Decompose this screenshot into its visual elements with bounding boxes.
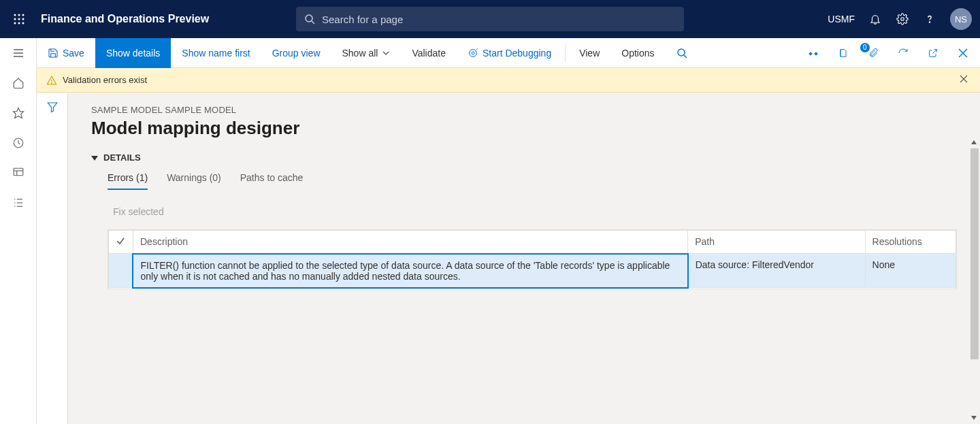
- warning-close-icon[interactable]: [960, 75, 970, 86]
- show-all-dropdown[interactable]: Show all: [331, 38, 402, 68]
- command-bar: Save Show details Show name first Group …: [37, 38, 980, 68]
- close-icon[interactable]: [953, 43, 973, 63]
- global-search[interactable]: [296, 7, 684, 31]
- svg-point-37: [52, 82, 52, 83]
- home-icon[interactable]: [12, 76, 25, 90]
- cell-path: Data source: FilteredVendor: [688, 254, 865, 288]
- show-details-label: Show details: [106, 48, 160, 59]
- personalize-icon[interactable]: [803, 43, 823, 63]
- tab-warnings[interactable]: Warnings (0): [167, 172, 221, 190]
- svg-rect-32: [808, 52, 813, 56]
- save-label: Save: [63, 48, 84, 59]
- chevron-down-icon: [382, 49, 390, 57]
- search-input[interactable]: [322, 14, 676, 25]
- scroll-thumb[interactable]: [970, 148, 979, 359]
- details-toggle[interactable]: DETAILS: [91, 152, 957, 163]
- start-debugging-button[interactable]: Start Debugging: [457, 38, 562, 68]
- user-avatar[interactable]: NS: [950, 8, 972, 30]
- details-label: DETAILS: [103, 152, 141, 163]
- svg-point-4: [18, 18, 20, 20]
- show-name-first-button[interactable]: Show name first: [171, 38, 261, 68]
- svg-point-28: [470, 49, 477, 56]
- office-addin-icon[interactable]: [833, 43, 853, 63]
- view-label: View: [579, 48, 600, 59]
- validate-button[interactable]: Validate: [401, 38, 457, 68]
- debug-icon: [468, 48, 478, 59]
- view-button[interactable]: View: [568, 38, 610, 68]
- save-icon: [48, 48, 59, 59]
- fix-selected-button[interactable]: Fix selected: [113, 206, 957, 217]
- workspaces-icon[interactable]: [12, 166, 25, 180]
- tab-errors[interactable]: Errors (1): [108, 172, 148, 190]
- svg-point-9: [306, 15, 312, 22]
- svg-rect-18: [14, 168, 23, 176]
- filter-column: [37, 93, 68, 424]
- app-launcher-icon[interactable]: [8, 8, 30, 30]
- start-debugging-label: Start Debugging: [483, 48, 551, 59]
- svg-point-12: [929, 22, 930, 22]
- svg-line-31: [684, 55, 687, 58]
- hamburger-icon[interactable]: [12, 46, 25, 60]
- show-all-label: Show all: [342, 48, 378, 59]
- header-right: USMF NS: [828, 8, 972, 30]
- cell-resolutions: None: [865, 254, 956, 288]
- col-description[interactable]: Description: [133, 231, 687, 254]
- options-label: Options: [621, 48, 654, 59]
- svg-point-1: [18, 14, 20, 16]
- breadcrumb: SAMPLE MODEL SAMPLE MODEL: [91, 105, 957, 115]
- svg-point-5: [22, 18, 24, 20]
- svg-point-6: [14, 22, 16, 25]
- notifications-icon[interactable]: [868, 12, 882, 26]
- scroll-up-icon[interactable]: [968, 136, 980, 148]
- svg-point-27: [472, 52, 474, 54]
- scroll-down-icon[interactable]: [968, 412, 980, 424]
- save-button[interactable]: Save: [37, 38, 95, 68]
- svg-point-7: [18, 22, 20, 25]
- select-all-header[interactable]: [109, 231, 133, 254]
- svg-point-30: [678, 49, 685, 56]
- triangle-down-icon: [91, 154, 98, 161]
- command-bar-right: 0: [803, 43, 980, 63]
- popout-icon[interactable]: [923, 43, 943, 63]
- refresh-icon[interactable]: [893, 43, 913, 63]
- svg-point-11: [901, 18, 904, 21]
- content-area: SAMPLE MODEL SAMPLE MODEL Model mapping …: [37, 93, 980, 424]
- svg-marker-42: [971, 140, 977, 144]
- svg-point-8: [22, 22, 24, 25]
- errors-grid: Description Path Resolutions FILTER() fu…: [108, 229, 957, 289]
- col-resolutions[interactable]: Resolutions: [865, 231, 956, 254]
- company-label[interactable]: USMF: [828, 14, 855, 25]
- tab-paths-to-cache[interactable]: Paths to cache: [240, 172, 304, 190]
- attachments-badge: 0: [860, 43, 870, 52]
- modules-icon[interactable]: [12, 196, 25, 210]
- filter-icon[interactable]: [46, 101, 59, 424]
- svg-marker-41: [91, 156, 98, 161]
- settings-icon[interactable]: [896, 12, 909, 26]
- top-header: Finance and Operations Preview USMF NS: [0, 0, 980, 38]
- cell-description[interactable]: FILTER() function cannot be applied to t…: [133, 254, 687, 288]
- find-button[interactable]: [666, 38, 698, 68]
- warning-text: Validation errors exist: [63, 75, 147, 85]
- search-icon: [676, 48, 687, 59]
- page-body: SAMPLE MODEL SAMPLE MODEL Model mapping …: [68, 93, 980, 424]
- attachments-icon[interactable]: 0: [863, 43, 883, 63]
- row-select[interactable]: [109, 254, 133, 288]
- warning-icon: [46, 75, 57, 86]
- table-row[interactable]: FILTER() function cannot be applied to t…: [109, 254, 956, 288]
- favorites-icon[interactable]: [12, 106, 25, 120]
- recent-icon[interactable]: [12, 136, 25, 150]
- help-icon[interactable]: [923, 12, 936, 26]
- app-title: Finance and Operations Preview: [41, 13, 209, 25]
- svg-line-29: [476, 48, 478, 50]
- show-name-first-label: Show name first: [182, 48, 250, 59]
- left-rail: [0, 38, 37, 424]
- svg-line-10: [312, 21, 314, 24]
- scrollbar[interactable]: [968, 136, 980, 424]
- details-tabs: Errors (1) Warnings (0) Paths to cache: [91, 172, 957, 190]
- options-button[interactable]: Options: [610, 38, 665, 68]
- svg-point-0: [14, 14, 16, 16]
- group-view-button[interactable]: Group view: [261, 38, 331, 68]
- col-path[interactable]: Path: [688, 231, 865, 254]
- page-title: Model mapping designer: [91, 118, 957, 139]
- show-details-button[interactable]: Show details: [95, 38, 171, 68]
